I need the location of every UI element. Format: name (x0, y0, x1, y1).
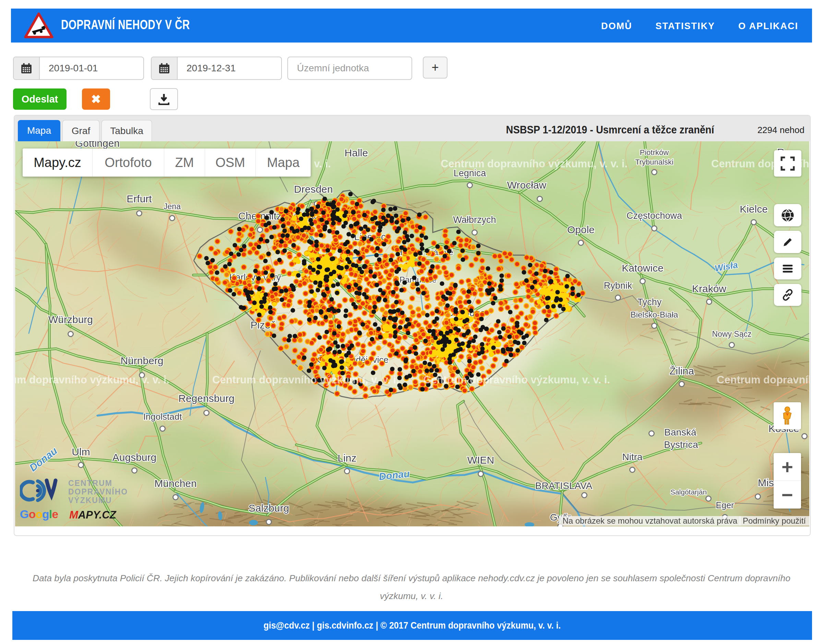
svg-text:Ingolstadt: Ingolstadt (143, 411, 182, 422)
svg-text:Wrocław: Wrocław (507, 179, 547, 191)
svg-text:BRATISLAVA: BRATISLAVA (535, 480, 593, 491)
svg-text:Centrum dopravního výzkumu, v.: Centrum dopravního výzkumu, v. v. i. (423, 374, 610, 386)
svg-text:Bystrica: Bystrica (664, 439, 698, 450)
svg-text:Centrum dopravního výzkumu, v.: Centrum dopravního výzkumu, v. v. i. (717, 374, 809, 386)
svg-text:Göttingen: Göttingen (75, 141, 120, 149)
svg-text:Piotrków: Piotrków (640, 148, 669, 157)
svg-text:Centrum dopravního výzkumu, v.: Centrum dopravního výzkumu, v. v. i. (15, 374, 169, 386)
svg-text:Ulm: Ulm (72, 446, 90, 457)
svg-text:Centrum dopravního výzkumu, v.: Centrum dopravního výzkumu, v. v. i. (441, 158, 628, 170)
svg-text:Nitra: Nitra (622, 452, 643, 462)
svg-text:WIEN: WIEN (467, 454, 494, 466)
svg-text:Nürnberg: Nürnberg (120, 355, 163, 366)
svg-text:Opole: Opole (567, 224, 595, 235)
svg-text:Dresden: Dresden (294, 184, 333, 195)
svg-text:Katowice: Katowice (622, 262, 664, 274)
svg-text:Jena: Jena (164, 202, 181, 211)
svg-text:Salgótarján: Salgótarján (670, 488, 707, 496)
svg-text:Erfurt: Erfurt (127, 193, 152, 204)
svg-text:Žilina: Žilina (670, 365, 694, 377)
svg-text:Bielsko-Biała: Bielsko-Biała (631, 310, 678, 319)
svg-text:Kielce: Kielce (740, 203, 768, 215)
svg-text:Regensburg: Regensburg (178, 393, 234, 404)
svg-text:Halle: Halle (345, 147, 368, 158)
svg-text:Eger: Eger (716, 500, 734, 510)
svg-text:Rybnik: Rybnik (604, 281, 632, 291)
svg-text:Linz: Linz (337, 452, 356, 464)
svg-text:Kraków: Kraków (692, 283, 726, 294)
svg-text:Częstochowa: Częstochowa (627, 210, 682, 221)
svg-text:Nowy Sącz: Nowy Sącz (712, 330, 751, 339)
svg-text:München: München (154, 478, 196, 489)
svg-text:Tychy: Tychy (638, 297, 662, 307)
svg-text:Würzburg: Würzburg (48, 314, 93, 325)
svg-text:Banská: Banská (664, 427, 696, 437)
svg-text:Trybunalski: Trybunalski (635, 158, 673, 166)
svg-text:Augsburg: Augsburg (112, 452, 156, 463)
svg-text:Wałbrzych: Wałbrzych (453, 215, 496, 225)
svg-text:Salzburg: Salzburg (248, 502, 289, 514)
svg-text:Centrum dopravního výzkumu, v.: Centrum dopravního výzkumu, v. v. i. (212, 374, 399, 386)
